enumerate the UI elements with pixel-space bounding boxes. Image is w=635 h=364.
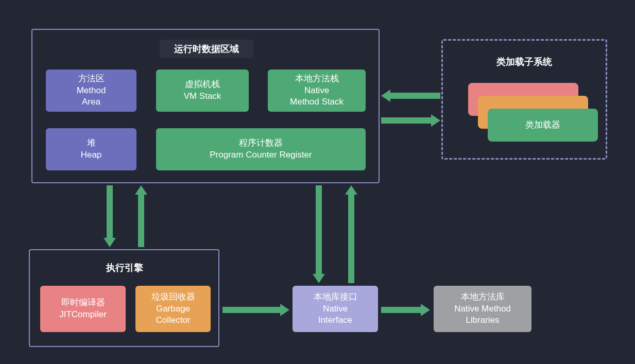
arrow-nativeif-to-libs	[381, 304, 430, 316]
method-area-en1: Method	[77, 85, 106, 97]
jit-compiler-box: 即时编译器 JITCompiler	[40, 286, 126, 332]
heap-en: Heap	[81, 149, 102, 161]
classloader-card-front: 类加载器	[488, 109, 598, 142]
arrow-runtime-to-nativeif	[313, 185, 325, 283]
gc-en2: Collector	[156, 315, 190, 326]
native-libs-en1: Native Method	[454, 303, 511, 315]
heap-box: 堆 Heap	[46, 128, 136, 170]
jit-cn: 即时编译器	[61, 297, 105, 309]
vm-stack-box: 虚拟机栈 VM Stack	[156, 70, 249, 112]
pc-register-en: Program Counter Register	[210, 149, 312, 161]
method-area-box: 方法区 Method Area	[46, 70, 136, 112]
native-interface-en2: Interface	[318, 315, 352, 326]
native-stack-cn: 本地方法栈	[295, 73, 339, 85]
method-area-cn: 方法区	[78, 73, 105, 85]
pc-register-cn: 程序计数器	[239, 137, 283, 149]
native-interface-cn: 本地库接口	[314, 291, 357, 303]
arrow-nativeif-to-runtime	[345, 185, 357, 283]
native-interface-en1: Native	[323, 303, 348, 315]
native-libs-box: 本地方法库 Native Method Libraries	[434, 286, 531, 332]
vm-stack-cn: 虚拟机栈	[185, 79, 220, 91]
gc-cn: 垃圾回收器	[151, 291, 195, 303]
classloader-label: 类加载器	[525, 119, 560, 131]
arrow-runtime-to-classloader	[381, 114, 440, 127]
method-area-en2: Area	[82, 96, 100, 108]
exec-engine-title: 执行引擎	[101, 262, 148, 274]
heap-cn: 堆	[87, 137, 96, 149]
native-interface-box: 本地库接口 Native Interface	[293, 286, 378, 332]
native-libs-cn: 本地方法库	[461, 291, 505, 303]
gc-box: 垃圾回收器 Garbage Collector	[135, 286, 211, 332]
gc-en1: Garbage	[156, 303, 190, 315]
pc-register-box: 程序计数器 Program Counter Register	[156, 128, 366, 170]
arrow-exec-to-nativeif	[222, 304, 289, 316]
classloader-title: 类加载子系统	[493, 56, 555, 68]
arrow-runtime-to-exec	[104, 185, 116, 247]
native-libs-en2: Libraries	[466, 315, 499, 326]
runtime-data-area-title: 运行时数据区域	[160, 40, 253, 58]
jit-en: JITCompiler	[59, 309, 107, 321]
vm-stack-en: VM Stack	[184, 91, 221, 102]
native-stack-en1: Native	[304, 85, 329, 97]
native-stack-box: 本地方法栈 Native Method Stack	[268, 70, 366, 112]
native-stack-en2: Method Stack	[290, 96, 344, 108]
arrow-exec-to-runtime	[135, 185, 147, 247]
arrow-classloader-to-runtime	[381, 90, 440, 102]
